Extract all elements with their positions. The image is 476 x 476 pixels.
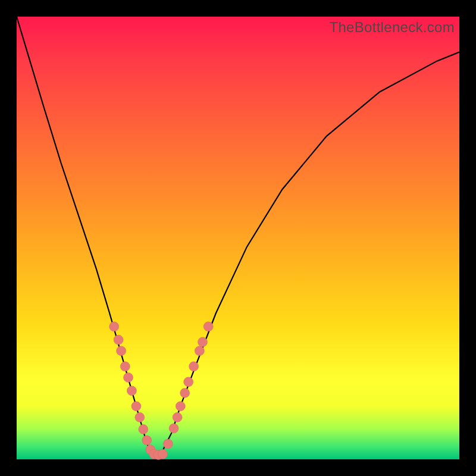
curve-marker: [195, 346, 204, 356]
curve-marker: [124, 372, 133, 382]
curve-marker: [189, 362, 199, 371]
curve-marker: [176, 402, 185, 411]
curve-marker: [163, 439, 173, 449]
curve-marker: [120, 362, 130, 371]
curve-marker: [114, 335, 123, 345]
curve-marker: [127, 386, 136, 396]
curve-marker: [169, 424, 178, 433]
curve-marker: [184, 377, 193, 387]
curve-marker: [142, 436, 152, 445]
curve-marker: [180, 388, 190, 397]
curve-marker: [109, 322, 119, 331]
bottleneck-curve-svg: [17, 17, 459, 459]
curve-marker: [173, 412, 182, 422]
curve-marker: [158, 449, 168, 459]
bottleneck-curve-path: [17, 17, 459, 455]
curve-marker: [139, 424, 148, 434]
curve-marker: [198, 337, 208, 347]
curve-marker: [131, 402, 141, 411]
curve-marker: [135, 412, 145, 422]
curve-markers-group: [109, 322, 214, 460]
curve-marker: [203, 322, 213, 331]
curve-marker: [117, 346, 126, 356]
plot-area: TheBottleneck.com: [17, 17, 459, 459]
chart-frame: TheBottleneck.com: [0, 0, 476, 476]
